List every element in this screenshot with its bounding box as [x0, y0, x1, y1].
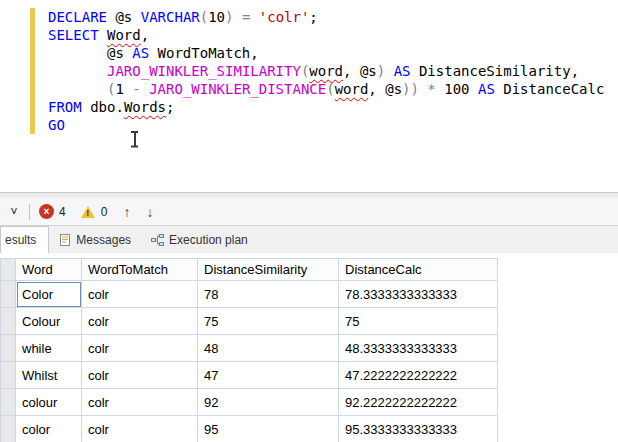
column-header[interactable]: Word	[16, 259, 82, 281]
grid-cell[interactable]: 95.3333333333333	[339, 416, 498, 442]
grid-cell[interactable]: color	[16, 416, 82, 442]
sql-editor[interactable]: DECLARE @s VARCHAR(10) = 'colr';SELECT W…	[0, 0, 618, 192]
previous-result-button[interactable]: ↑	[123, 204, 130, 220]
code-token: @s	[48, 45, 132, 61]
results-table: WordWordToMatchDistanceSimilarityDistanc…	[0, 258, 498, 442]
code-line: (1 - JARO_WINKLER_DISTANCE(word, @s)) * …	[48, 80, 604, 98]
change-tracking-bar	[30, 8, 35, 134]
code-token: =	[233, 9, 258, 25]
code-token: Word	[107, 27, 141, 43]
grid-cell[interactable]: colr	[82, 335, 198, 362]
text-cursor-icon	[130, 131, 139, 147]
grid-cell[interactable]: 78	[198, 281, 339, 308]
grid-cell[interactable]: Color	[16, 281, 82, 308]
grid-cell[interactable]: 92	[198, 389, 339, 416]
execution-plan-icon	[151, 234, 164, 246]
row-header[interactable]	[1, 308, 16, 335]
code-token: 100	[444, 81, 478, 97]
code-token: AS	[394, 63, 411, 79]
grid-cell[interactable]: 47	[198, 362, 339, 389]
row-header[interactable]	[1, 416, 16, 442]
tab-results[interactable]: esults	[0, 226, 49, 253]
code-token: )	[377, 63, 385, 79]
code-token: ))	[402, 81, 419, 97]
code-token: ,	[250, 45, 258, 61]
chevron-down-icon[interactable]: ˅	[6, 205, 22, 219]
code-token: GO	[48, 117, 65, 133]
code-line: @s AS WordToMatch,	[48, 44, 604, 62]
code-token: JARO_WINKLER_DISTANCE	[149, 81, 326, 97]
code-line: DECLARE @s VARCHAR(10) = 'colr';	[48, 8, 604, 26]
grid-cell[interactable]: while	[16, 335, 82, 362]
table-row: whilecolr4848.3333333333333	[1, 335, 498, 362]
code-token: 'colr'	[259, 9, 310, 25]
ssms-window: DECLARE @s VARCHAR(10) = 'colr';SELECT W…	[0, 0, 618, 442]
grid-cell[interactable]: 95	[198, 416, 339, 442]
grid-cell[interactable]: colr	[82, 308, 198, 335]
tab-messages-label: Messages	[76, 233, 131, 247]
column-header[interactable]: WordToMatch	[82, 259, 198, 281]
code-token	[48, 63, 107, 79]
code-token: AS	[132, 45, 149, 61]
code-token: (	[326, 81, 334, 97]
row-header[interactable]	[1, 281, 16, 308]
grid-cell[interactable]: 78.3333333333333	[339, 281, 498, 308]
code-token: FROM	[48, 99, 90, 115]
tab-messages[interactable]: Messages	[49, 226, 141, 253]
grid-cell[interactable]: 92.2222222222222	[339, 389, 498, 416]
code-token: WordToMatch	[149, 45, 250, 61]
column-header[interactable]: DistanceCalc	[339, 259, 498, 281]
grid-cell[interactable]: Colour	[16, 308, 82, 335]
code-token: DistanceCalc	[495, 81, 605, 97]
code-token: @s	[115, 9, 140, 25]
tab-execution-plan[interactable]: Execution plan	[141, 226, 258, 253]
code-token: , @s	[368, 81, 402, 97]
grid-cell[interactable]: colr	[82, 416, 198, 442]
error-count: 4	[59, 205, 66, 219]
grid-cell[interactable]: colr	[82, 389, 198, 416]
code-line: JARO_WINKLER_SIMILARITY(word, @s) AS Dis…	[48, 62, 604, 80]
grid-cell[interactable]: Whilst	[16, 362, 82, 389]
code-token: dbo.	[90, 99, 124, 115]
code-token: ;	[309, 9, 317, 25]
row-header[interactable]	[1, 362, 16, 389]
table-row: colorcolr9595.3333333333333	[1, 416, 498, 442]
code-token: DECLARE	[48, 9, 115, 25]
grid-cell[interactable]: colr	[82, 362, 198, 389]
code-token: word	[335, 81, 369, 97]
error-icon[interactable]: ×	[39, 204, 54, 219]
warning-mark: !	[80, 208, 96, 218]
code-token: SELECT	[48, 27, 107, 43]
grid-cell[interactable]: colour	[16, 389, 82, 416]
code-token: 10	[208, 9, 225, 25]
code-token: DistanceSimilarity,	[411, 63, 580, 79]
row-header[interactable]	[1, 389, 16, 416]
code-token: Words	[124, 99, 166, 115]
next-result-button[interactable]: ↓	[146, 204, 153, 220]
table-row: Colourcolr7575	[1, 308, 498, 335]
column-header[interactable]: DistanceSimilarity	[198, 259, 339, 281]
code-token	[48, 81, 107, 97]
grid-corner-cell[interactable]	[1, 259, 16, 281]
code-token: *	[419, 81, 444, 97]
code-token: -	[124, 81, 149, 97]
grid-cell[interactable]: 48.3333333333333	[339, 335, 498, 362]
table-row: Whilstcolr4747.2222222222222	[1, 362, 498, 389]
code-token: JARO_WINKLER_SIMILARITY	[107, 63, 301, 79]
table-row: colourcolr9292.2222222222222	[1, 389, 498, 416]
grid-cell[interactable]: 75	[198, 308, 339, 335]
results-toolbar: ˅ × 4 ! 0 ↑ ↓	[0, 198, 618, 226]
grid-cell[interactable]: 48	[198, 335, 339, 362]
grid-header-row: WordWordToMatchDistanceSimilarityDistanc…	[1, 259, 498, 281]
code-lines: DECLARE @s VARCHAR(10) = 'colr';SELECT W…	[48, 8, 604, 134]
table-row: Colorcolr7878.3333333333333	[1, 281, 498, 308]
row-header[interactable]	[1, 335, 16, 362]
grid-cell[interactable]: colr	[82, 281, 198, 308]
toolbar-divider	[29, 204, 30, 220]
grid-cell[interactable]: 75	[339, 308, 498, 335]
warning-icon[interactable]: !	[80, 205, 96, 219]
messages-icon	[59, 234, 71, 246]
warning-count: 0	[101, 205, 108, 219]
grid-cell[interactable]: 47.2222222222222	[339, 362, 498, 389]
results-pane-tabs: esults Messages	[0, 226, 618, 253]
